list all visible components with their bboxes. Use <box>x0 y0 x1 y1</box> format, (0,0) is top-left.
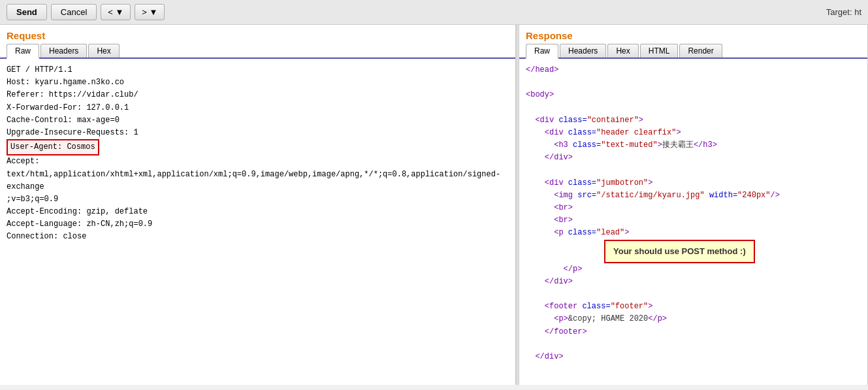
resp-blank-3 <box>526 165 861 177</box>
request-line-11: Accept-Language: zh-CN,zh;q=0.9 <box>7 218 509 231</box>
tab-response-raw[interactable]: Raw <box>526 44 558 59</box>
response-panel: Response Raw Headers Hex HTML Render </h… <box>519 25 868 385</box>
resp-div-container-close: </div> <box>526 351 861 363</box>
post-method-tooltip: Your should use POST method :) <box>604 240 755 264</box>
resp-h3: <h3 class="text-muted">接夫霸王</h3> <box>526 139 861 152</box>
back-button[interactable]: < ▼ <box>101 4 131 20</box>
resp-div-jumbotron-close: </div> <box>526 276 861 288</box>
request-line-9: ;v=b3;q=0.9 <box>7 193 509 206</box>
request-line-8: text/html,application/xhtml+xml,applicat… <box>7 169 509 193</box>
request-line-12: Connection: close <box>7 231 509 243</box>
tab-response-html[interactable]: HTML <box>640 44 679 57</box>
request-line-3: Referer: https://vidar.club/ <box>7 89 509 101</box>
request-line-1: GET / HTTP/1.1 <box>7 64 509 76</box>
response-tabs: Raw Headers Hex HTML Render <box>519 44 867 59</box>
resp-br1: <br> <box>526 202 861 214</box>
response-title: Response <box>519 25 867 44</box>
resp-div-header: <div class="header clearfix"> <box>526 127 861 139</box>
resp-p-lead: <p class="lead"> <box>526 227 861 239</box>
resp-br2: <br> <box>526 214 861 227</box>
resp-line-head: </head> <box>526 64 861 76</box>
request-line-7: Accept: <box>7 155 509 168</box>
request-line-highlighted: User-Agent: Cosmos <box>7 139 99 155</box>
forward-button[interactable]: > ▼ <box>135 4 165 20</box>
send-button[interactable]: Send <box>7 4 47 20</box>
resp-div-container: <div class="container"> <box>526 114 861 127</box>
request-line-6: Upgrade-Insecure-Requests: 1 <box>7 127 509 139</box>
resp-p-close: </p> <box>526 263 861 276</box>
main-content: Request Raw Headers Hex GET / HTTP/1.1 H… <box>0 25 868 385</box>
resp-blank-4 <box>526 288 861 301</box>
tab-request-raw[interactable]: Raw <box>7 44 39 59</box>
resp-div-jumbotron: <div class="jumbotron"> <box>526 177 861 189</box>
resp-img: <img src="/static/img/kyaru.jpg" width="… <box>526 189 861 202</box>
tab-response-render[interactable]: Render <box>679 44 722 57</box>
tooltip-container: Your should use POST method :) <box>604 240 861 263</box>
request-line-2: Host: kyaru.hgame.n3ko.co <box>7 76 509 89</box>
tab-request-hex[interactable]: Hex <box>88 44 119 57</box>
resp-footer-p: <p>&copy; HGAME 2020</p> <box>526 313 861 325</box>
top-bar: Send Cancel < ▼ > ▼ Target: ht <box>0 0 868 25</box>
tab-response-hex[interactable]: Hex <box>607 44 638 57</box>
request-tabs: Raw Headers Hex <box>0 44 515 59</box>
resp-blank-2 <box>526 102 861 114</box>
resp-footer-close: </footer> <box>526 326 861 338</box>
tab-request-headers[interactable]: Headers <box>40 44 87 57</box>
resp-blank-1 <box>526 76 861 89</box>
request-panel: Request Raw Headers Hex GET / HTTP/1.1 H… <box>0 25 516 385</box>
response-body[interactable]: </head> <body> <div class="container"> <… <box>519 59 867 385</box>
target-label: Target: ht <box>826 7 861 17</box>
resp-div-header-close: </div> <box>526 152 861 164</box>
request-line-5: Cache-Control: max-age=0 <box>7 114 509 127</box>
request-line-4: X-Forwarded-For: 127.0.0.1 <box>7 102 509 114</box>
request-title: Request <box>0 25 515 44</box>
resp-line-body: <body> <box>526 89 861 101</box>
resp-blank-5 <box>526 338 861 351</box>
toolbar-left: Send Cancel < ▼ > ▼ <box>7 4 165 20</box>
request-line-10: Accept-Encoding: gzip, deflate <box>7 206 509 218</box>
tab-response-headers[interactable]: Headers <box>560 44 606 57</box>
cancel-button[interactable]: Cancel <box>51 4 97 20</box>
request-body[interactable]: GET / HTTP/1.1 Host: kyaru.hgame.n3ko.co… <box>0 59 515 385</box>
resp-footer: <footer class="footer"> <box>526 301 861 313</box>
